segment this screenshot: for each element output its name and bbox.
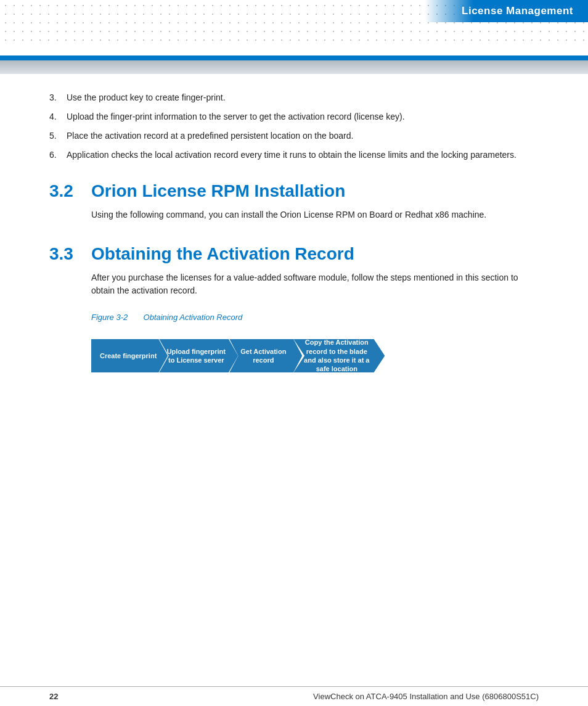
list-item: 3. Use the product key to create finger-… [49, 91, 539, 104]
flow-diagram: Create fingerprint Upload fingerprintto … [91, 339, 539, 372]
footer-document-title: ViewCheck on ATCA-9405 Installation and … [313, 692, 539, 701]
list-number: 5. [49, 129, 67, 142]
section-32-body: Using the following command, you can ins… [91, 208, 539, 222]
figure-title: Obtaining Activation Record [144, 313, 243, 322]
flow-step-4: Copy the Activationrecord to the bladean… [293, 339, 385, 372]
figure-number: Figure 3-2 [91, 313, 128, 322]
numbered-list: 3. Use the product key to create finger-… [49, 91, 539, 162]
list-text: Place the activation record at a predefi… [67, 129, 539, 142]
list-text: Application checks the local activation … [67, 149, 539, 162]
section-32-title: Orion License RPM Installation [91, 181, 345, 201]
section-33-number: 3.3 [49, 244, 91, 264]
blue-divider-bar [0, 55, 588, 60]
flow-step-2-text: Upload fingerprintto License server [167, 347, 226, 365]
page-footer: 22 ViewCheck on ATCA-9405 Installation a… [0, 686, 588, 706]
flow-step-2: Upload fingerprintto License server [159, 339, 238, 372]
flow-step-4-text: Copy the Activationrecord to the bladean… [304, 338, 369, 373]
list-number: 3. [49, 91, 67, 104]
section-33-heading: 3.3 Obtaining the Activation Record [49, 244, 539, 264]
section-33-title: Obtaining the Activation Record [91, 244, 354, 264]
list-number: 4. [49, 110, 67, 123]
section-32-number: 3.2 [49, 181, 91, 201]
page-title: License Management [462, 5, 573, 17]
section-33-body: After you purchase the licenses for a va… [91, 271, 539, 298]
gray-divider-bar [0, 60, 588, 74]
figure-caption: Figure 3-2 Obtaining Activation Record [91, 313, 539, 322]
list-text: Use the product key to create finger-pri… [67, 91, 539, 104]
main-content: 3. Use the product key to create finger-… [0, 74, 588, 434]
flow-step-1: Create fingerprint [91, 339, 168, 372]
page-header: License Management [0, 0, 588, 55]
flow-step-3: Get Activationrecord [229, 339, 302, 372]
section-32-heading: 3.2 Orion License RPM Installation [49, 181, 539, 201]
list-text: Upload the finger-print information to t… [67, 110, 539, 123]
list-number: 6. [49, 149, 67, 162]
flow-step-3-text: Get Activationrecord [240, 347, 286, 365]
list-item: 5. Place the activation record at a pred… [49, 129, 539, 142]
header-title-bar: License Management [425, 0, 588, 22]
footer-page-number: 22 [49, 692, 58, 701]
list-item: 6. Application checks the local activati… [49, 149, 539, 162]
flow-step-1-text: Create fingerprint [100, 351, 157, 360]
list-item: 4. Upload the finger-print information t… [49, 110, 539, 123]
